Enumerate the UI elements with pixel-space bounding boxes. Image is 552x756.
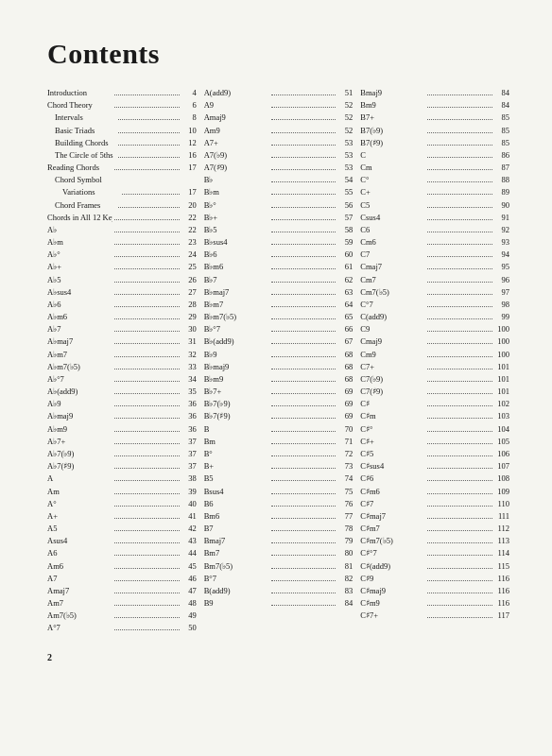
- toc-dots: [114, 629, 180, 630]
- toc-label: A7(♭9): [204, 149, 269, 162]
- toc-entry: A♭7(♯9)37: [47, 460, 197, 472]
- toc-page: 101: [494, 361, 509, 373]
- toc-dots: [427, 555, 492, 556]
- toc-page: 76: [337, 498, 353, 510]
- toc-col-2: A(add9)51A952Amaj952Am952A7+53A7(♭9)53A7…: [204, 87, 354, 635]
- toc-entry: B♭m661: [204, 261, 354, 273]
- toc-label: Bm: [204, 436, 269, 448]
- toc-page: 8: [181, 112, 197, 124]
- toc-label: A♭m: [47, 236, 112, 249]
- toc-label: Reading Chords: [47, 162, 112, 174]
- toc-label: B+: [204, 460, 269, 472]
- toc-entry: C♯m7112: [360, 523, 509, 535]
- toc-dots: [271, 107, 336, 108]
- toc-entry: C+89: [360, 186, 509, 198]
- toc-label: A7(♯9): [204, 162, 269, 174]
- toc-label: Cm: [360, 162, 425, 174]
- toc-dots: [427, 157, 492, 158]
- toc-dots: [114, 381, 180, 382]
- toc-label: C+: [360, 186, 425, 198]
- toc-entry: A♭(add9)35: [47, 386, 197, 398]
- toc-entry: A7(♭9)53: [204, 149, 354, 162]
- toc-dots: [427, 294, 492, 295]
- toc-page: 101: [494, 386, 509, 398]
- toc-page: 29: [181, 311, 197, 323]
- toc-page: 116: [494, 585, 509, 597]
- toc-label: C♯m: [360, 410, 425, 422]
- toc-dots: [271, 381, 336, 382]
- toc-dots: [114, 318, 180, 319]
- toc-page: 79: [337, 535, 353, 547]
- toc-label: C7(♯9): [360, 386, 425, 398]
- toc-label: Cm6: [360, 236, 425, 249]
- toc-page: 22: [181, 212, 197, 224]
- toc-entry: A♭7+37: [47, 436, 197, 448]
- toc-page: 69: [337, 410, 353, 422]
- toc-label: B°: [204, 448, 269, 460]
- toc-entry: C♯°104: [360, 423, 509, 436]
- toc-label: A♭9: [47, 398, 112, 410]
- toc-dots: [114, 580, 180, 581]
- toc-entry: Am748: [47, 597, 197, 610]
- toc-entry: A♭maj936: [47, 410, 197, 422]
- toc-dots: [271, 268, 336, 269]
- toc-label: A6: [47, 547, 112, 559]
- toc-page: 51: [337, 87, 353, 99]
- toc-entry: The Circle of 5ths16: [47, 149, 197, 162]
- toc-dots: [271, 119, 336, 120]
- toc-entry: Bm71: [204, 436, 354, 448]
- toc-page: 80: [337, 547, 353, 559]
- toc-page: 87: [494, 162, 509, 174]
- toc-page: 59: [337, 236, 353, 249]
- toc-dots: [114, 256, 180, 257]
- toc-entry: C♯maj9116: [360, 585, 509, 597]
- toc-col-1: Introduction4Chord Theory6Intervals8Basi…: [47, 87, 197, 635]
- toc-entry: Intervals8: [47, 112, 197, 124]
- toc-entry: Am39: [47, 486, 197, 498]
- toc-dots: [427, 369, 492, 369]
- toc-page: 97: [494, 286, 509, 299]
- toc-label: A♭(add9): [47, 386, 112, 398]
- toc-page: 84: [494, 99, 509, 112]
- toc-entry: C♯7110: [360, 498, 509, 510]
- toc-page: 53: [337, 149, 353, 162]
- toc-page: 69: [337, 398, 353, 410]
- toc-dots: [114, 331, 180, 332]
- toc-page: 55: [337, 186, 353, 198]
- toc-page: 52: [337, 99, 353, 112]
- toc-dots: [114, 393, 180, 394]
- toc-entry: A7(♯9)53: [204, 162, 354, 174]
- toc-dots: [427, 568, 492, 569]
- toc-page: 62: [337, 274, 353, 286]
- toc-dots: [427, 405, 492, 406]
- toc-entry: Bm677: [204, 510, 354, 523]
- toc-page: 26: [181, 274, 197, 286]
- toc-dots: [271, 405, 336, 406]
- toc-page: 113: [494, 535, 509, 547]
- toc-entry: B°72: [204, 448, 354, 460]
- toc-page: 75: [337, 486, 353, 498]
- toc-dots: [271, 219, 336, 220]
- toc-label: A♭: [47, 224, 112, 236]
- toc-dots: [271, 318, 336, 319]
- toc-entry: Reading Chords17: [47, 162, 197, 174]
- toc-label: C♯m7(♭5): [360, 535, 425, 547]
- toc-page: 66: [337, 323, 353, 335]
- toc-dots: [427, 94, 492, 95]
- toc-entry: C♯102: [360, 398, 509, 410]
- toc-page: 107: [494, 460, 509, 472]
- toc-label: C7: [360, 249, 425, 261]
- toc-entry: Am952: [204, 125, 354, 137]
- toc-label: Asus4: [47, 535, 112, 547]
- toc-label: C°: [360, 174, 425, 186]
- toc-page: 116: [494, 597, 509, 610]
- toc-dots: [427, 219, 492, 220]
- toc-dots: [271, 431, 336, 432]
- toc-entry: Chords in All 12 Keys22: [47, 212, 197, 224]
- toc-entry: B♭°766: [204, 323, 354, 335]
- toc-dots: [271, 443, 336, 444]
- toc-entry: Asus443: [47, 535, 197, 547]
- toc-page: 24: [181, 249, 197, 261]
- toc-page: 73: [337, 460, 353, 472]
- toc-page: 36: [181, 398, 197, 410]
